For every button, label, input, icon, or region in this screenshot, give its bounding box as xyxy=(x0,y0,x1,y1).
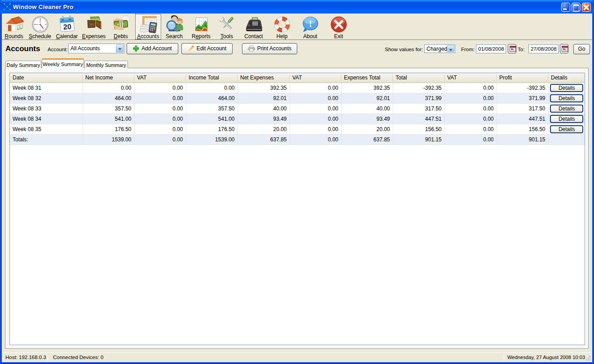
svg-text:!: ! xyxy=(309,19,312,29)
svg-text:20: 20 xyxy=(63,22,71,31)
